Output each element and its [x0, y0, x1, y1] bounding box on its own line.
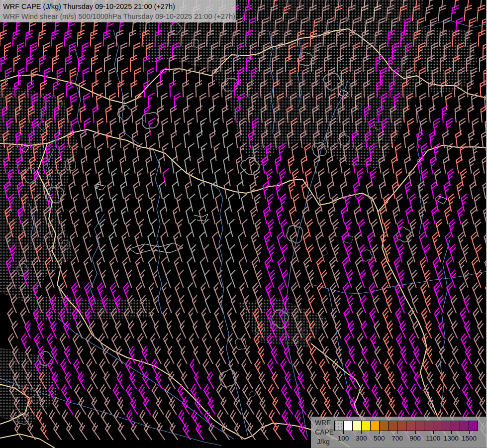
title-overlay: WRF CAPE (J/kg) Thursday 09-10-2025 21:0…	[0, 0, 236, 22]
legend-unit-label: J/kg	[317, 437, 334, 447]
legend-tick	[397, 431, 397, 434]
map-title-windshear: WRF Wind shear (m/s) 500/1000hPa Thursda…	[3, 11, 235, 21]
legend-color-cell	[424, 421, 433, 431]
legend-tick	[379, 431, 380, 434]
legend-color-cell	[397, 421, 406, 431]
legend-color-cell	[352, 421, 362, 431]
legend-tick-label: 500	[369, 435, 389, 442]
legend-tick	[415, 431, 416, 434]
legend-color-cell	[442, 421, 451, 431]
legend-color-cell	[433, 421, 442, 431]
legend-color-cell	[334, 421, 344, 431]
legend-color-cell	[343, 421, 353, 431]
legend-tick	[469, 431, 470, 434]
legend-tick-label: 700	[387, 435, 407, 442]
legend-color-cell	[406, 421, 415, 431]
legend-unit-labels: WRFCAPEJ/kg	[315, 418, 334, 447]
legend-color-cell	[451, 421, 460, 431]
cape-legend: WRFCAPEJ/kg 100300500700900110013001500	[311, 417, 487, 448]
legend-color-cell	[361, 421, 371, 431]
legend-tick	[361, 431, 362, 434]
legend-color-cell	[460, 421, 469, 431]
legend-color-cell	[388, 421, 397, 431]
cape-stipple-region	[27, 296, 154, 321]
legend-tick-label: 300	[351, 435, 371, 442]
legend-color-cell	[469, 421, 478, 431]
legend-unit-label: WRF	[315, 418, 334, 428]
legend-tick-label: 1100	[423, 435, 443, 442]
legend-unit-label: CAPE	[315, 428, 334, 437]
legend-color-cell	[379, 421, 389, 431]
legend-tick	[451, 431, 452, 434]
legend-tick-label: 1500	[459, 435, 479, 442]
map-title-cape: WRF CAPE (J/kg) Thursday 09-10-2025 21:0…	[3, 1, 235, 11]
legend-tick-label: 100	[333, 435, 353, 442]
legend-tick	[433, 431, 434, 434]
legend-tick-label: 1300	[441, 435, 461, 442]
legend-color-cell	[370, 421, 380, 431]
legend-tick-label: 900	[405, 435, 425, 442]
weather-map-frame: WRF CAPE (J/kg) Thursday 09-10-2025 21:0…	[0, 0, 487, 448]
legend-color-cell	[415, 421, 424, 431]
legend-tick	[343, 431, 344, 434]
legend-colorbar	[334, 421, 478, 431]
weather-map-canvas	[0, 0, 487, 448]
